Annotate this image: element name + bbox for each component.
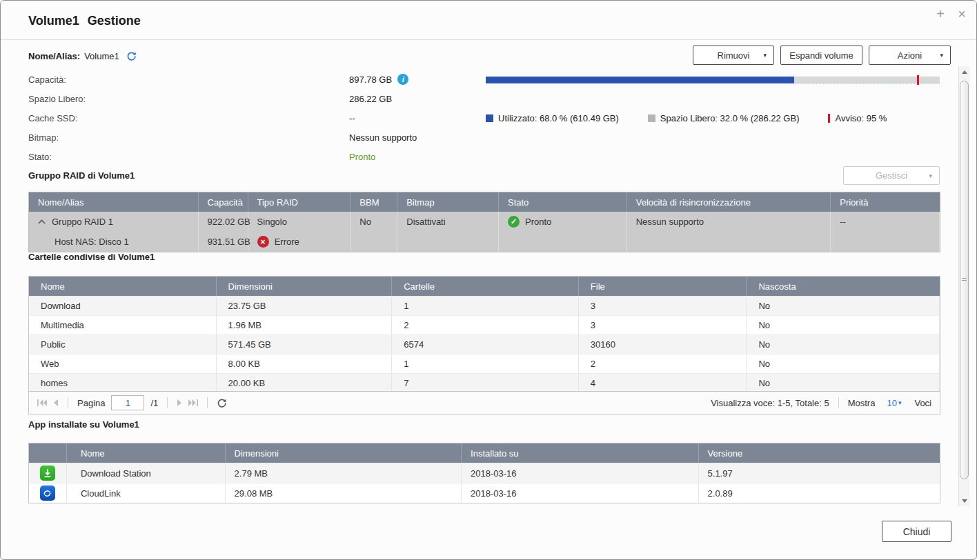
page-size-select[interactable]: 10 ▾ [881,398,908,408]
app-name: Download Station [67,463,226,483]
caret-down-icon: ▾ [929,172,932,179]
folders-header-cell: Nome [29,277,217,296]
raid-header-cell: Tipo RAID [248,192,351,212]
table-row[interactable]: Multimedia 1.96 MB 2 3 No [29,315,940,334]
table-row[interactable]: Public 571.45 GB 6574 30160 No [29,334,940,354]
cell: Public [29,335,217,354]
free-space-value: 286.22 GB [349,94,392,104]
show-label: Mostra [848,398,876,408]
app-name: CloudLink [67,483,226,503]
capacity-value-text: 897.78 GB [349,74,392,85]
page-total: /1 [150,398,158,408]
name-alias-value: Volume1 [84,51,119,61]
cell: No [747,374,940,392]
warning-swatch-icon [828,114,830,123]
raid-group-resync: Nessun supporto [627,212,831,232]
cell: 1 [392,354,579,373]
ssd-cache-row: Cache SSD: -- [28,109,470,127]
installed-apps-table: Nome Dimensioni Installato su Versione D… [28,443,940,503]
capacity-usage-bar [486,77,940,83]
next-page-icon[interactable] [177,399,182,406]
table-row[interactable]: Download 23.75 GB 1 3 No [29,296,940,315]
free-swatch-icon [648,114,655,122]
pagination-summary: Visualizza voce: 1-5, Totale: 5 Mostra 1… [711,397,931,408]
status-label: Stato: [28,152,349,162]
divider [838,397,839,408]
table-row[interactable]: CloudLink 29.08 MB 2018-03-16 2.0.89 [29,483,940,503]
usage-bar-warning-marker [917,75,919,85]
status-ok-icon: ✓ [508,216,520,228]
refresh-alias-icon[interactable] [126,51,137,61]
bitmap-value: Nessun supporto [349,132,417,143]
scrollbar-thumb[interactable] [960,81,969,479]
raid-header-cell: Capacità [199,192,248,212]
prev-page-icon[interactable] [53,399,59,406]
last-page-icon[interactable] [188,399,198,406]
folders-header-cell: File [579,277,747,296]
scroll-down-icon[interactable] [959,495,970,506]
caret-down-icon: ▾ [940,52,943,59]
folders-section-title: Cartelle condivise di Volume1 [28,252,155,262]
cell: 7 [392,374,579,392]
refresh-table-icon[interactable] [217,398,227,408]
volume-management-dialog: Volume1Gestione + × Nome/Alias: Volume1 … [0,0,977,560]
cell: 4 [579,374,747,392]
name-alias-row: Nome/Alias: Volume1 [28,51,137,61]
raid-group-bbm: No [351,212,397,232]
cell: 1 [392,297,579,315]
expand-volume-button-label: Espandi volume [789,50,853,61]
first-page-icon[interactable] [37,399,47,406]
raid-group-capacity: 922.02 GB [199,212,248,232]
download-station-icon [40,466,55,481]
caret-down-icon: ▾ [763,52,767,59]
legend-used: Utilizzato: 68.0 % (610.49 GB) [486,113,619,123]
ssd-cache-label: Cache SSD: [28,113,349,123]
capacity-row: Capacità: 897.78 GB i [28,70,470,88]
cell: 23.75 GB [217,297,393,315]
raid-header-cell: Velocità di risincronizzazione [627,192,831,212]
cell: 2 [579,354,747,373]
table-row[interactable]: Download Station 2.79 MB 2018-03-16 5.1.… [29,463,940,483]
raid-group-priority: -- [831,212,940,232]
cell: 3 [579,316,747,334]
expand-volume-button[interactable]: Espandi volume [780,46,862,65]
app-version: 5.1.97 [699,463,940,483]
vertical-scrollbar[interactable] [958,66,969,506]
cell: No [747,297,940,315]
app-installed-on: 2018-03-16 [462,483,698,503]
chevron-up-icon[interactable] [38,219,46,224]
status-value: Pronto [349,152,375,162]
folders-header-cell: Dimensioni [217,277,393,296]
page-input[interactable] [111,395,144,410]
app-size: 2.79 MB [226,463,462,483]
apps-header-cell: Nome [67,443,226,463]
raid-group-bitmap: Disattivati [397,212,499,232]
scroll-up-icon[interactable] [959,66,970,77]
legend-warning: Avviso: 95 % [828,113,887,123]
close-button[interactable]: Chiudi [882,521,951,542]
raid-group-row[interactable]: Gruppo RAID 1 922.02 GB Singolo No Disat… [29,212,940,232]
status-row: Stato: Pronto [28,148,470,166]
raid-table-header: Nome/Alias Capacità Tipo RAID BBM Bitmap… [29,192,940,212]
status-error-icon: × [257,236,269,248]
info-icon[interactable]: i [397,74,408,85]
cell: 8.00 KB [217,354,393,373]
folders-header-cell: Cartelle [392,277,579,296]
bitmap-row: Bitmap: Nessun supporto [28,128,470,146]
cell: No [747,316,940,334]
table-row[interactable]: homes 20.00 KB 7 4 No [29,373,940,392]
raid-group-name: Gruppo RAID 1 [52,217,113,227]
volume-name: Volume1 [28,14,79,28]
raid-disk-row[interactable]: Host NAS: Disco 1 931.51 GB × Errore [29,232,940,252]
close-icon[interactable]: × [954,6,969,22]
remove-button[interactable]: Rimuovi ▾ [693,46,774,65]
manage-button[interactable]: Gestisci ▾ [843,166,940,185]
manage-button-label: Gestisci [876,170,907,181]
actions-button[interactable]: Azioni ▾ [869,46,951,65]
pagination-bar: Pagina /1 Visualizza voce: 1-5, Totale: … [28,391,940,414]
raid-group-status: Pronto [525,217,551,227]
folders-table-header: Nome Dimensioni Cartelle File Nascosta [29,277,940,296]
maximize-icon[interactable]: + [933,6,948,22]
raid-disk-name: Host NAS: Disco 1 [29,232,199,252]
table-row[interactable]: Web 8.00 KB 1 2 No [29,354,940,373]
